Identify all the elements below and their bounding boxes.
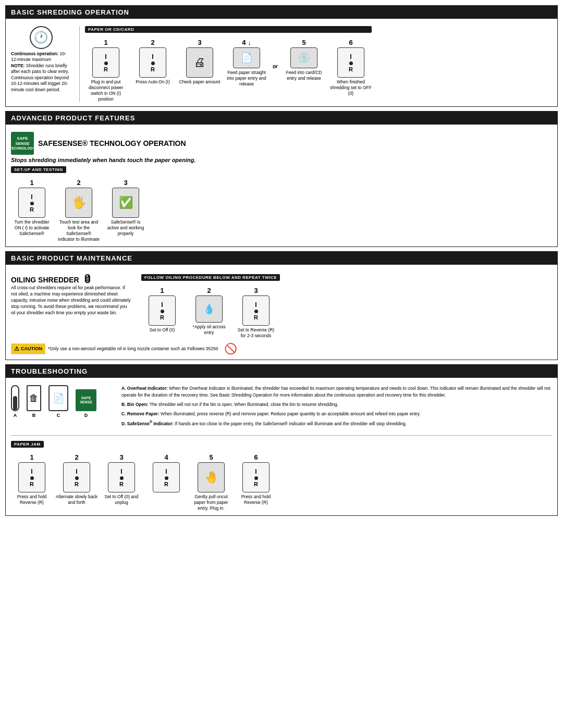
continuous-text: Continuous operation: 10-12-minute maxim… [11,51,71,93]
icon-b: 🗑 B [27,385,41,418]
switch-icon-2: I R [139,47,166,78]
no-aerosol-icon: 🚫 [224,342,237,355]
paper-jam-tag: PAPER JAM [11,441,44,448]
safesense-step-1: 1 I R Turn the shredder ON ( I) to activ… [11,179,53,237]
steps-col: PAPER OR CD/CARD 1 I R Plug in and put d… [85,26,372,102]
pull-paper-icon: 🤚 [198,462,225,492]
caution-badge: ⚠ CAUTION [11,343,45,354]
paper-feed-icon: 📄 [233,47,260,68]
basic-op-row: 🕐 Continuous operation: 10-12-minute max… [11,26,552,102]
pj-step-4: 4 I R [145,453,187,494]
pj-step-3: 3 I R Set to Off (0) and unplug [101,453,142,505]
pj-step-1: 1 I R Press and hold Reverse (R) [11,453,53,505]
oil-step-2: 2 💧 *Apply oil across entry [188,287,230,336]
switch-icon-6: I R [337,47,364,78]
oil-step-1: 1 I R Set to Off (0) [141,287,183,333]
pj-step-2: 2 I R Alternate slowly back and forth [56,453,97,505]
trouble-icons-col: A 🗑 B 📄 C SAFE [11,385,115,430]
safesense-title: SAFESENSE® TECHNOLOGY OPERATION [38,139,186,147]
paper-jam-section: PAPER JAM 1 I R Press and hold Reverse (… [11,441,552,511]
oiling-tag: FOLLOW OILING PROCEDURE BELOW AND REPEAT… [141,274,280,281]
thermometer-icon [11,385,19,411]
warning-icon: ⚠ [14,345,19,352]
caution-bar: ⚠ CAUTION *Only use a non-aerosol vegeta… [11,342,552,355]
safesense-step-2: 2 🖐 Touch test area and look for the Saf… [58,179,100,242]
continuous-op-box: 🕐 Continuous operation: 10-12-minute max… [11,26,71,93]
icon-a: A [11,385,19,418]
troubleshooting-section: TROUBLESHOOTING A 🗑 B [5,364,558,516]
pj-step-6: 6 I R Press and hold Reverse (R) [235,453,277,505]
advanced-content: SAFE SENSE TECHNOLOGY SAFESENSE® TECHNOL… [6,128,557,246]
safesense-subtitle: Stops shredding immediately when hands t… [11,157,552,163]
bin-icon: 🗑 [27,385,41,411]
switch-icon-pj6: I R [242,462,270,492]
trouble-item-c: C. Remove Paper: When illuminated, press… [121,411,552,417]
clock-icon: 🕐 [30,26,53,49]
basic-shredding-content: 🕐 Continuous operation: 10-12-minute max… [6,22,557,106]
maintenance-content: OILING SHREDDER 🛢 All cross-cut shredder… [6,268,557,360]
maintenance-header: BASIC PRODUCT MAINTENANCE [6,252,557,265]
safesense-steps: 1 I R Turn the shredder ON ( I) to activ… [11,179,552,242]
pj-step-5: 5 🤚 Gently pull uncut paper from paper e… [190,453,232,511]
switch-icon-ss1: I R [18,188,45,218]
switch-icon-pj2: I R [63,462,90,492]
oiling-right: FOLLOW OILING PROCEDURE BELOW AND REPEAT… [141,274,552,339]
advanced-header: ADVANCED PRODUCT FEATURES [6,112,557,125]
switch-icon-oil3: I R [242,295,270,326]
safesense-small-icon: SAFE SENSE [76,389,96,411]
vertical-divider [79,26,80,102]
trouble-icon-row: A 🗑 B 📄 C SAFE [11,385,115,418]
shredder-icon-ss3: ✅ [112,188,139,218]
switch-icon-pj1: I R [18,462,45,492]
step-6: 6 I R When finished shredding set to OFF… [330,39,372,96]
oiling-text: All cross-cut shredders require oil for … [11,285,131,316]
switch-icon-oil1: I R [149,295,176,326]
trouble-text-col: A. Overheat Indicator: When the Overheat… [121,385,552,430]
oil-step-3: 3 I R Set to Reverse (R) for 2-3 seconds [235,287,277,339]
safesense-logo: SAFE SENSE TECHNOLOGY [11,132,34,155]
troubleshooting-header: TROUBLESHOOTING [6,365,557,378]
maintenance-section: BASIC PRODUCT MAINTENANCE OILING SHREDDE… [5,251,558,360]
advanced-section: ADVANCED PRODUCT FEATURES SAFE SENSE TEC… [5,111,558,247]
oil-icon: 🛢 [82,274,92,285]
step-2: 2 I R Press Auto-On (I) [132,39,174,85]
switch-icon-1: I R [92,47,119,78]
basic-shredding-header: BASIC SHREDDING OPERATION [6,6,557,19]
safesense-title-row: SAFE SENSE TECHNOLOGY SAFESENSE® TECHNOL… [11,132,552,155]
switch-icon-pj4: I R [153,462,180,492]
oiling-left: OILING SHREDDER 🛢 All cross-cut shredder… [11,274,136,339]
basic-shredding-section: BASIC SHREDDING OPERATION 🕐 Continuous o… [5,5,558,107]
step-4: 4 ↓ 📄 Feed paper straight into paper ent… [226,39,267,87]
cd-icon: 💿 [290,47,317,68]
step-1: 1 I R Plug in and put disconnect power s… [85,39,127,102]
shredder-icon-ss2: 🖐 [65,188,92,218]
trouble-item-a: A. Overheat Indicator: When the Overheat… [121,385,552,399]
trouble-item-b: B. Bin Open: The shredder will not run i… [121,401,552,408]
or-text: or [273,64,278,69]
icon-d: SAFE SENSE D [76,389,96,418]
troubleshooting-content: A 🗑 B 📄 C SAFE [6,381,557,515]
paper-icon: 📄 [48,385,68,411]
trouble-item-d: D. SafeSense® Indicator: If hands are to… [121,419,552,427]
steps-row: 1 I R Plug in and put disconnect power s… [85,39,372,102]
oiling-row: OILING SHREDDER 🛢 All cross-cut shredder… [11,274,552,339]
trouble-row: A 🗑 B 📄 C SAFE [11,385,552,430]
oil-apply-icon: 💧 [195,295,223,323]
paper-jam-steps: 1 I R Press and hold Reverse (R) 2 I R [11,453,552,511]
icon-c: 📄 C [48,385,68,418]
step-5-cd: 5 💿 Feed into card/CD entry and release [283,39,325,81]
setup-tag: SET-UP AND TESTING [11,166,66,173]
oiling-title: OILING SHREDDER 🛢 [11,274,136,285]
divider [11,435,552,436]
safesense-step-3: 3 ✅ SafeSense® is active and working pro… [105,179,146,237]
step-3: 3 🖨 Check paper amount [179,39,221,85]
paper-cd-tag: PAPER OR CD/CARD [85,26,372,33]
switch-icon-pj3: I R [108,462,135,492]
shredder-icon-3: 🖨 [186,47,213,78]
oiling-steps: 1 I R Set to Off (0) 2 💧 *Apply oil acro… [141,287,552,339]
